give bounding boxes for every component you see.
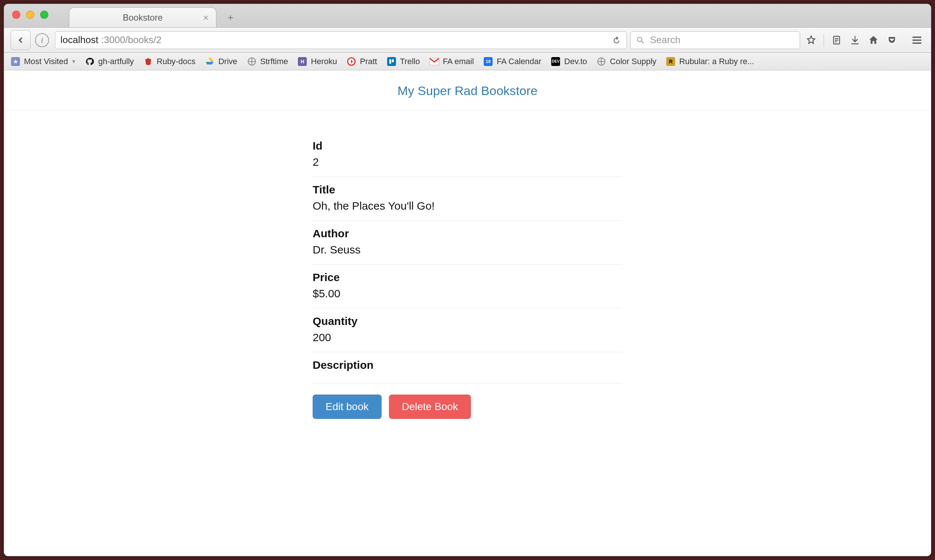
- bookmark-icon: [247, 57, 257, 66]
- search-icon: [636, 36, 645, 45]
- home-icon[interactable]: [866, 33, 881, 48]
- field-value: $5.00: [313, 288, 622, 300]
- svg-line-1: [642, 41, 644, 43]
- bookmark-item[interactable]: RRubular: a Ruby re...: [666, 57, 754, 66]
- url-bar[interactable]: localhost:3000/books/2: [55, 31, 627, 49]
- browser-tab[interactable]: Bookstore ×: [69, 8, 216, 27]
- bookmark-icon: DEV: [551, 57, 560, 66]
- field-label: Description: [313, 359, 622, 371]
- edit-book-button[interactable]: Edit book: [313, 395, 382, 419]
- reading-list-icon[interactable]: [829, 33, 844, 48]
- field-label: Quantity: [313, 315, 622, 328]
- site-info-icon[interactable]: i: [35, 33, 49, 47]
- chevron-down-icon: ▾: [72, 58, 75, 65]
- record-field: Id2: [313, 133, 622, 177]
- bookmark-item[interactable]: DEVDev.to: [551, 57, 587, 66]
- window-minimize-button[interactable]: [26, 11, 34, 19]
- bookmark-icon: [387, 57, 397, 66]
- back-button[interactable]: [11, 30, 31, 50]
- bookmark-label: Trello: [400, 57, 420, 66]
- bookmark-item[interactable]: Pratt: [347, 57, 377, 66]
- url-path: :3000/books/2: [101, 34, 162, 46]
- bookmark-label: Ruby-docs: [157, 57, 195, 66]
- bookmark-label: Most Visited: [24, 57, 68, 66]
- bookmark-item[interactable]: Trello: [387, 57, 420, 66]
- bookmark-item[interactable]: HHeroku: [298, 57, 337, 66]
- bookmark-item[interactable]: ★Most Visited▾: [11, 57, 75, 66]
- bookmark-item[interactable]: Strftime: [247, 57, 288, 66]
- bookmark-label: Drive: [218, 57, 237, 66]
- url-host: localhost: [60, 34, 99, 46]
- bookmark-icon: [347, 57, 356, 66]
- bookmark-item[interactable]: 18FA Calendar: [483, 57, 541, 66]
- delete-book-button[interactable]: Delete Book: [389, 395, 471, 419]
- bookmark-icon: R: [666, 57, 676, 66]
- record-field: AuthorDr. Seuss: [313, 221, 622, 265]
- bookmarks-bar: ★Most Visited▾gh-artfullyRuby-docsDriveS…: [4, 53, 931, 70]
- window-close-button[interactable]: [12, 11, 20, 19]
- bookmark-icon: [143, 57, 153, 66]
- bookmark-label: Dev.to: [564, 57, 587, 66]
- svg-rect-7: [389, 59, 391, 64]
- tab-strip: Bookstore ×: [4, 4, 931, 28]
- field-label: Title: [313, 183, 622, 196]
- field-label: Id: [313, 140, 622, 152]
- window-zoom-button[interactable]: [40, 11, 48, 19]
- bookmark-label: FA email: [443, 57, 474, 66]
- bookmark-label: Heroku: [311, 57, 337, 66]
- field-value: 2: [313, 156, 622, 168]
- bookmark-item[interactable]: Color Supply: [597, 57, 656, 66]
- bookmark-icon: [85, 57, 94, 66]
- bookmark-label: FA Calendar: [497, 57, 541, 66]
- tab-title: Bookstore: [123, 12, 163, 23]
- bookmark-icon: H: [298, 57, 307, 66]
- page-content: My Super Rad Bookstore Id2TitleOh, the P…: [4, 70, 931, 556]
- pocket-icon[interactable]: [884, 33, 899, 48]
- bookmark-item[interactable]: gh-artfully: [85, 57, 134, 66]
- bookmark-item[interactable]: FA email: [429, 57, 474, 66]
- svg-point-0: [637, 37, 642, 42]
- bookmark-item[interactable]: Drive: [205, 57, 237, 66]
- hamburger-menu-icon[interactable]: [910, 33, 924, 48]
- bookmark-label: Strftime: [260, 57, 288, 66]
- action-buttons: Edit book Delete Book: [313, 395, 622, 419]
- bookmark-label: Pratt: [360, 57, 377, 66]
- new-tab-button[interactable]: [222, 10, 239, 25]
- bookmark-icon: [205, 57, 214, 66]
- site-header: My Super Rad Bookstore: [4, 70, 931, 111]
- bookmark-label: Color Supply: [610, 57, 656, 66]
- search-placeholder: Search: [650, 34, 680, 46]
- record-field: Description: [313, 352, 622, 383]
- bookmark-icon: [429, 57, 439, 66]
- field-label: Price: [313, 271, 622, 284]
- field-value: Dr. Seuss: [313, 243, 622, 256]
- bookmark-icon: 18: [483, 57, 493, 66]
- site-title-link[interactable]: My Super Rad Bookstore: [397, 84, 538, 98]
- tab-close-icon[interactable]: ×: [203, 13, 209, 23]
- record-field: Price$5.00: [313, 265, 622, 308]
- field-label: Author: [313, 227, 622, 240]
- bookmark-item[interactable]: Ruby-docs: [143, 57, 195, 66]
- svg-rect-8: [392, 59, 394, 62]
- field-value: 200: [313, 331, 622, 344]
- book-detail: Id2TitleOh, the Places You'll Go!AuthorD…: [313, 133, 622, 419]
- window-controls: [12, 11, 48, 19]
- reload-icon[interactable]: [612, 35, 621, 45]
- bookmark-label: gh-artfully: [98, 57, 134, 66]
- search-bar[interactable]: Search: [631, 31, 800, 49]
- bookmark-star-icon[interactable]: [804, 33, 818, 48]
- toolbar-separator: [824, 34, 824, 46]
- browser-window: Bookstore × i localhost:3000/books/2: [4, 4, 931, 556]
- record-field: Quantity200: [313, 308, 622, 352]
- record-field: TitleOh, the Places You'll Go!: [313, 177, 622, 221]
- bookmark-icon: [597, 57, 606, 66]
- nav-toolbar: i localhost:3000/books/2 Search: [4, 28, 931, 53]
- bookmark-icon: ★: [11, 57, 20, 66]
- downloads-icon[interactable]: [848, 33, 862, 48]
- bookmark-label: Rubular: a Ruby re...: [679, 57, 754, 66]
- field-value: Oh, the Places You'll Go!: [313, 200, 622, 212]
